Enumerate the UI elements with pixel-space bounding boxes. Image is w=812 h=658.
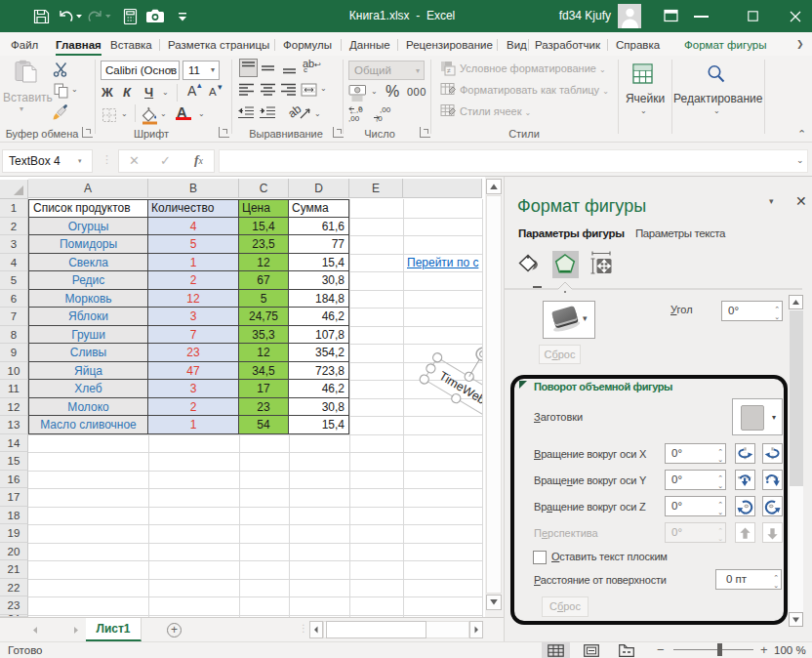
svg-text:,00: ,00 xyxy=(380,105,391,114)
svg-text:≠: ≠ xyxy=(447,67,451,74)
svg-text:,0: ,0 xyxy=(356,105,363,114)
svg-text:,00: ,00 xyxy=(348,114,360,123)
svg-text:,0: ,0 xyxy=(376,114,383,123)
